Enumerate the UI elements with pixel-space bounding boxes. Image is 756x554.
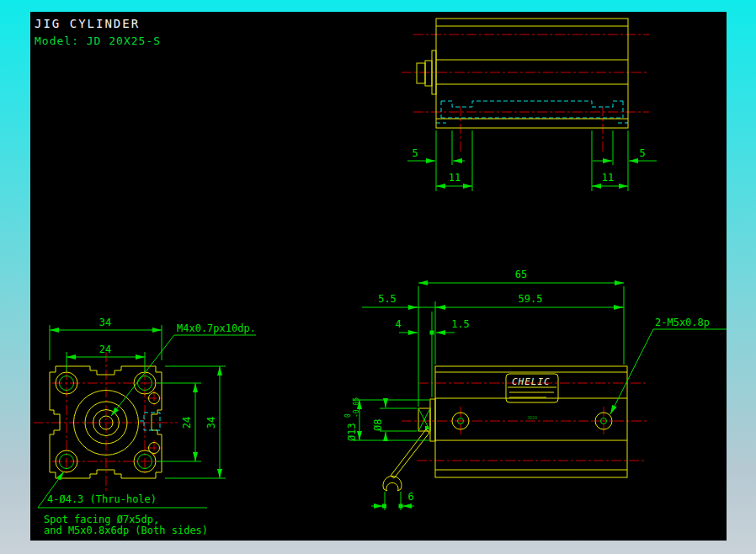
- thru-hole-label: 4-Ø4.3 (Thru-hole): [47, 493, 157, 505]
- centerlines: [34, 352, 178, 492]
- dim-pilot-dia-group: Ø13 0 -0.05: [344, 397, 360, 441]
- centerlines: [402, 383, 647, 461]
- centerlines: [402, 35, 649, 152]
- dimension-lines: [38, 325, 256, 508]
- dim-pilot-dia: Ø13: [346, 423, 358, 441]
- cad-drawing: JIG CYLINDER Model: JD 20X25-S: [30, 12, 727, 541]
- dim-body-length: 59.5: [519, 293, 543, 305]
- dim-edge-left: 5: [412, 147, 418, 159]
- model-label: Model: JD 20X25-S: [35, 35, 161, 47]
- dim-collar: 1.5: [451, 318, 470, 330]
- dim-wrench-flats: 6: [407, 491, 413, 503]
- ports-label: 2-M5x0.8p: [655, 317, 710, 328]
- note-line-2: and M5x0.8x6dp (Both sides): [44, 525, 208, 536]
- top-side-view: 5 11 11 5: [402, 19, 657, 191]
- desktop-background: JIG CYLINDER Model: JD 20X25-S: [0, 0, 756, 554]
- note-line-1: Spot facing Ø7x5dp,: [44, 514, 159, 525]
- dim-slot-right: 11: [602, 172, 614, 184]
- dim-slot-left: 11: [449, 172, 461, 184]
- dim-height-bolt: 24: [181, 417, 193, 429]
- dim-pilot-tol-lower: -0.05: [353, 397, 360, 418]
- dim-edge-right: 5: [639, 147, 645, 159]
- rod-wrench-flats: [418, 408, 430, 431]
- section-view: CHELIC JD20: [344, 269, 727, 510]
- thread-label: M4x0.7px10dp.: [177, 322, 256, 334]
- dim-rod-protrusion: 4: [395, 318, 401, 330]
- dim-total-length: 65: [515, 269, 527, 280]
- drawing-canvas: JIG CYLINDER Model: JD 20X25-S: [30, 12, 727, 541]
- body-mark-text: JD20: [527, 415, 537, 420]
- page-title: JIG CYLINDER: [35, 17, 140, 30]
- brand-logo-text: CHELIC: [512, 376, 551, 387]
- dim-width-bolt: 24: [99, 344, 111, 355]
- dim-head: 5.5: [378, 293, 397, 305]
- dimension-lines: [407, 131, 657, 191]
- hidden-slot: [140, 413, 160, 430]
- dim-pilot-tol-upper: 0: [344, 413, 352, 418]
- dim-rod-dia: Ø8: [372, 419, 384, 431]
- front-view: 34 24 24 34 M4x0.7px10dp. 4-Ø4.3 (Thru-h…: [34, 317, 256, 536]
- dim-height-outer: 34: [205, 417, 217, 429]
- dim-width-outer: 34: [99, 317, 111, 328]
